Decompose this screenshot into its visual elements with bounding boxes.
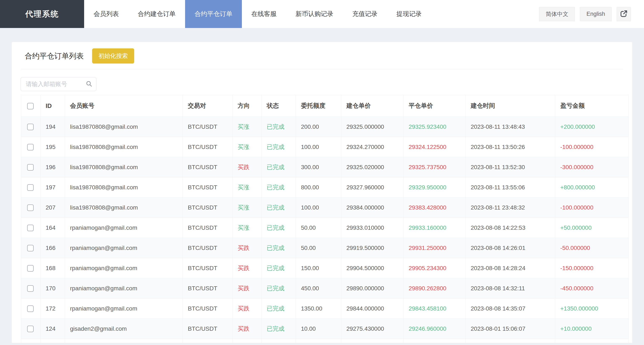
cell-open-price: 29919.500000: [341, 238, 404, 258]
cell-amount: 450.00: [296, 278, 341, 298]
cell-pnl: -450.000000: [555, 278, 629, 298]
row-checkbox[interactable]: [27, 225, 34, 231]
cell-pair: BTC/USDT: [183, 339, 232, 343]
content-card: 合约平仓订单列表 初始化搜索 ID: [12, 42, 632, 343]
row-checkbox[interactable]: [27, 285, 34, 292]
cell-open-price: 29324.270000: [341, 137, 404, 157]
cell-close-price: 29329.950000: [404, 177, 466, 198]
search-input[interactable]: [26, 80, 86, 88]
row-checkbox[interactable]: [27, 124, 34, 130]
cell-close-price: 29260.570000: [404, 339, 466, 343]
cell-account: lisa19870808@gmail.com: [65, 177, 183, 198]
logout-button[interactable]: [617, 7, 631, 21]
row-checkbox[interactable]: [27, 144, 34, 150]
cell-close-price: 29325.737500: [404, 157, 466, 177]
cell-pnl: -300.000000: [555, 157, 629, 177]
row-checkbox[interactable]: [27, 306, 34, 312]
nav-item-withdraw-records[interactable]: 提现记录: [387, 0, 431, 28]
table-row: 194 lisa19870808@gmail.com BTC/USDT 买涨 已…: [21, 117, 629, 137]
cell-pnl: -100.000000: [555, 137, 629, 157]
cell-pnl: +1350.000000: [555, 298, 629, 319]
cell-open-price: 29261.730000: [341, 339, 404, 343]
row-checkbox[interactable]: [27, 245, 34, 252]
nav-item-new-coin-records[interactable]: 新币认购记录: [286, 0, 343, 28]
nav-item-label: 在线客服: [251, 10, 276, 18]
cell-open-time: 2023-08-11 23:48:32: [466, 198, 555, 218]
cell-direction: 买涨: [232, 137, 262, 157]
cell-open-price: 29844.000000: [341, 298, 404, 319]
table-row: 195 lisa19870808@gmail.com BTC/USDT 买涨 已…: [21, 137, 629, 157]
cell-status: 已完成: [262, 117, 296, 137]
cell-id: 164: [40, 218, 65, 238]
cell-close-price: 29325.923400: [404, 117, 466, 137]
nav-item-online-support[interactable]: 在线客服: [242, 0, 286, 28]
nav-item-deposit-records[interactable]: 充值记录: [343, 0, 387, 28]
row-checkbox[interactable]: [27, 184, 34, 191]
cell-direction: 买跌: [232, 339, 262, 343]
cell-pnl: -100.000000: [555, 198, 629, 218]
cell-pnl: -150.000000: [555, 258, 629, 278]
cell-open-price: 29325.000000: [341, 117, 404, 137]
row-checkbox[interactable]: [27, 326, 34, 332]
page-title: 合约平仓订单列表: [25, 51, 84, 61]
nav-item-contract-close-orders[interactable]: 合约平仓订单: [185, 0, 242, 28]
cell-account: lisa19870808@gmail.com: [65, 157, 183, 177]
top-navbar: 代理系统 会员列表 合约建仓订单 合约平仓订单 在线客服 新币认购记录 充值记录…: [0, 0, 644, 28]
search-icon[interactable]: [86, 80, 92, 88]
row-checkbox[interactable]: [27, 204, 34, 211]
cell-pair: BTC/USDT: [183, 218, 232, 238]
col-account: 会员账号: [65, 95, 183, 117]
table-row: 207 lisa19870808@gmail.com BTC/USDT 买涨 已…: [21, 198, 629, 218]
cell-account: rpaniamogan@gmail.com: [65, 258, 183, 278]
cell-account: lisa19870808@gmail.com: [65, 137, 183, 157]
cell-close-price: 29324.122500: [404, 137, 466, 157]
cell-amount: 1350.00: [296, 298, 341, 319]
cell-pair: BTC/USDT: [183, 177, 232, 198]
table-row: 168 rpaniamogan@gmail.com BTC/USDT 买跌 已完…: [21, 258, 629, 278]
col-direction: 方向: [232, 95, 262, 117]
row-checkbox-cell: [21, 117, 40, 137]
language-english-button[interactable]: English: [580, 7, 612, 21]
table-row: 122 gisaden2@gmail.com BTC/USDT 买跌 已完成 1…: [21, 339, 629, 343]
cell-pair: BTC/USDT: [183, 278, 232, 298]
cell-direction: 买跌: [232, 319, 262, 339]
card-header: 合约平仓订单列表 初始化搜索: [21, 42, 623, 69]
cell-close-price: 29905.234300: [404, 258, 466, 278]
select-all-checkbox[interactable]: [27, 103, 34, 110]
cell-open-time: 2023-08-08 14:26:01: [466, 238, 555, 258]
row-checkbox-cell: [21, 177, 40, 198]
col-open-time: 建仓时间: [466, 95, 555, 117]
row-checkbox[interactable]: [27, 164, 34, 170]
orders-table: ID 会员账号 交易对 方向 状态 委托额度 建仓单价 平仓单价 建仓时间 盈亏…: [21, 95, 623, 343]
cell-direction: 买涨: [232, 218, 262, 238]
cell-open-price: 29933.010000: [341, 218, 404, 238]
cell-pair: BTC/USDT: [183, 238, 232, 258]
table-row: 196 lisa19870808@gmail.com BTC/USDT 买跌 已…: [21, 157, 629, 177]
cell-open-time: 2023-08-11 13:48:43: [466, 117, 555, 137]
cell-amount: 100.00: [296, 137, 341, 157]
language-chinese-button[interactable]: 简体中文: [539, 7, 575, 21]
col-status: 状态: [262, 95, 296, 117]
cell-open-price: 29275.430000: [341, 319, 404, 339]
cell-id: 196: [40, 157, 65, 177]
cell-account: gisaden2@gmail.com: [65, 319, 183, 339]
app-title: 代理系统: [0, 0, 84, 28]
cell-id: 166: [40, 238, 65, 258]
table-row: 172 rpaniamogan@gmail.com BTC/USDT 买跌 已完…: [21, 298, 629, 319]
cell-open-time: 2023-08-08 14:32:11: [466, 278, 555, 298]
table-row: 170 rpaniamogan@gmail.com BTC/USDT 买跌 已完…: [21, 278, 629, 298]
cell-pnl: +10.000000: [555, 319, 629, 339]
cell-open-price: 29904.500000: [341, 258, 404, 278]
cell-pnl: +50.000000: [555, 218, 629, 238]
table-row: 166 rpaniamogan@gmail.com BTC/USDT 买跌 已完…: [21, 238, 629, 258]
init-search-button[interactable]: 初始化搜索: [92, 48, 134, 64]
cell-status: 已完成: [262, 258, 296, 278]
row-checkbox[interactable]: [27, 265, 34, 272]
cell-close-price: 29246.960000: [404, 319, 466, 339]
cell-open-price: 29325.020000: [341, 157, 404, 177]
row-checkbox-cell: [21, 198, 40, 218]
nav-item-contract-open-orders[interactable]: 合约建仓订单: [128, 0, 185, 28]
cell-amount: 800.00: [296, 177, 341, 198]
col-amount: 委托额度: [296, 95, 341, 117]
nav-item-member-list[interactable]: 会员列表: [84, 0, 128, 28]
